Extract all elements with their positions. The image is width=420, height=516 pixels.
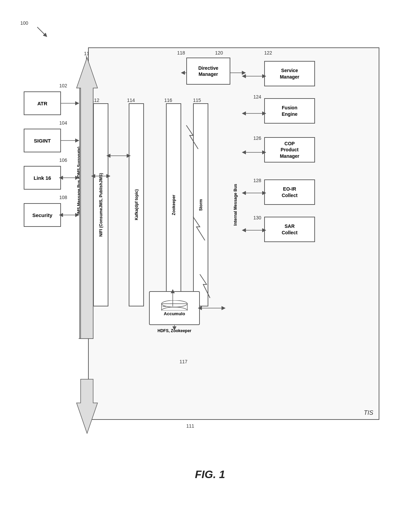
- link16-box: Link 16: [24, 166, 61, 190]
- hdfs-label: HDFS, Zookeeper: [137, 328, 212, 333]
- ref-130: 130: [253, 215, 261, 220]
- ref-104: 104: [59, 120, 67, 126]
- cop-box: COP Product Manager: [264, 137, 315, 163]
- ref-116: 116: [164, 98, 172, 103]
- ref-108: 108: [59, 195, 67, 200]
- ref-117: 117: [180, 359, 187, 364]
- ref-128: 128: [253, 178, 261, 183]
- ref-100-arrow: [27, 25, 47, 39]
- eo-ir-box: EO-IR Collect: [264, 179, 315, 205]
- ref-120: 120: [215, 50, 223, 56]
- svg-point-3: [162, 307, 187, 310]
- fusion-engine-box: Fusion Engine: [264, 98, 315, 124]
- storm-box: Storm: [193, 103, 208, 306]
- ref-124: 124: [253, 94, 261, 100]
- accumulo-box: Accumulo: [149, 291, 200, 325]
- kafka-box: Kafka(dpf topic): [129, 103, 144, 306]
- internal-bus-label: Internal Message Bus: [227, 103, 244, 306]
- svg-line-0: [37, 27, 46, 36]
- sar-collect-box: SAR Collect: [264, 217, 315, 242]
- ref-114: 114: [127, 98, 135, 103]
- directive-manager-box: Directive Manager: [186, 58, 230, 85]
- ref-122: 122: [264, 50, 272, 56]
- ref-115: 115: [193, 98, 201, 103]
- diagram-container: 100 ATR 102 SIGINT 104 Link 16 106 Secur…: [20, 20, 400, 488]
- ref-111: 111: [186, 423, 194, 429]
- ref-100: 100: [20, 20, 28, 26]
- ref-102: 102: [59, 83, 67, 88]
- accumulo-cylinder-icon: [161, 300, 188, 310]
- ref-112: 112: [91, 98, 99, 103]
- ref-118: 118: [177, 50, 185, 56]
- service-manager-box: Service Manager: [264, 61, 315, 86]
- tis-label: TIS: [364, 409, 373, 416]
- ref-106: 106: [59, 157, 67, 163]
- jms-bus-label: JMS Message Bus (OMS Surrogate): [70, 86, 87, 276]
- sigint-box: SIGINT: [24, 129, 61, 152]
- zookeeper-box: Zookeeper: [166, 103, 181, 306]
- security-box: Security: [24, 203, 61, 227]
- nifi-box: NIFI (ConsumeJMS, PublishJMS): [93, 103, 108, 306]
- ref-126: 126: [253, 135, 261, 141]
- figure-label: FIG. 1: [195, 468, 225, 481]
- atr-box: ATR: [24, 91, 61, 115]
